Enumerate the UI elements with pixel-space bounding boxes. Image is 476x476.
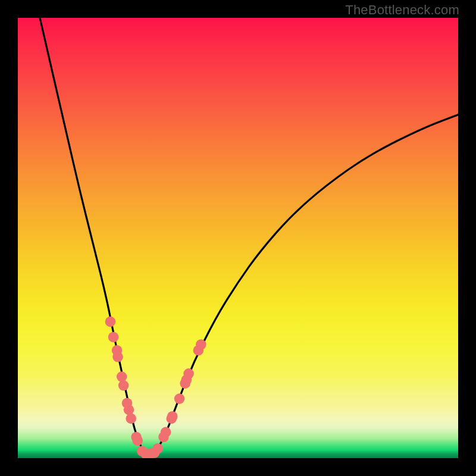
attribution-text: TheBottleneck.com <box>345 2 459 18</box>
chart-svg <box>18 18 458 458</box>
data-marker <box>105 317 116 327</box>
data-marker <box>112 352 123 362</box>
chart-container: TheBottleneck.com <box>0 0 476 476</box>
data-marker <box>183 368 194 379</box>
data-marker <box>196 339 206 350</box>
data-marker <box>118 380 129 391</box>
data-marker <box>124 405 134 415</box>
data-marker <box>117 371 127 382</box>
data-marker <box>161 427 171 438</box>
data-marker <box>167 411 178 422</box>
data-marker <box>153 443 164 454</box>
curve-path <box>40 18 458 453</box>
plot-area <box>18 18 458 458</box>
data-marker <box>108 332 119 343</box>
data-marker <box>126 414 136 424</box>
data-marker <box>132 436 143 446</box>
data-marker <box>174 393 185 404</box>
